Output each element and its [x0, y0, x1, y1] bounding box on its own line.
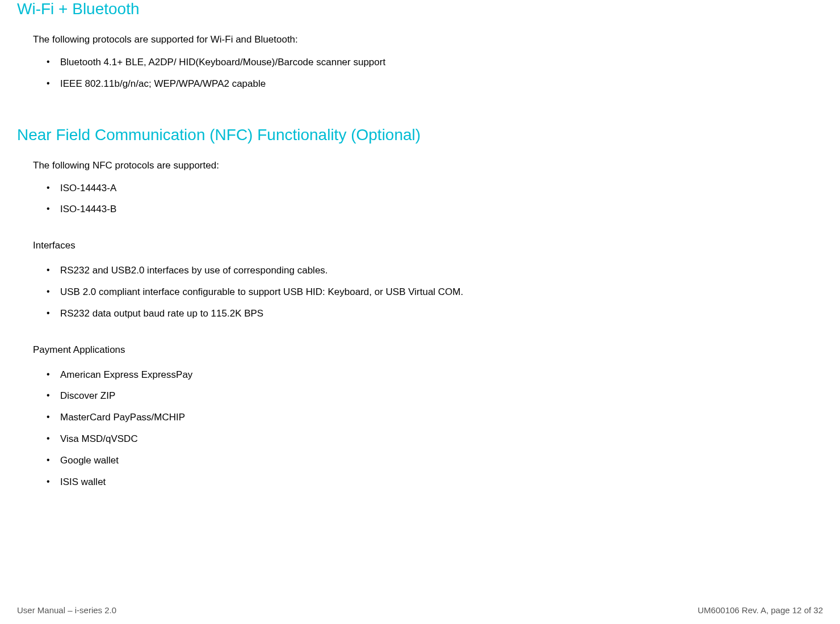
list-item: RS232 and USB2.0 interfaces by use of co…	[60, 264, 823, 277]
list-item: Discover ZIP	[60, 389, 823, 403]
list-nfc-protocols: ISO-14443-A ISO-14443-B	[33, 182, 823, 217]
list-interfaces: RS232 and USB2.0 interfaces by use of co…	[33, 264, 823, 320]
list-item: USB 2.0 compliant interface configurable…	[60, 285, 823, 299]
list-item: ISO-14443-A	[60, 182, 823, 195]
subheading-interfaces: Interfaces	[33, 240, 823, 251]
list-item: RS232 data output baud rate up to 115.2K…	[60, 307, 823, 321]
footer: User Manual – i-series 2.0 UM600106 Rev.…	[17, 605, 823, 615]
subheading-payment-apps: Payment Applications	[33, 344, 823, 356]
list-item: ISIS wallet	[60, 475, 823, 489]
list-wifi-bluetooth: Bluetooth 4.1+ BLE, A2DP/ HID(Keyboard/M…	[33, 56, 823, 91]
intro-wifi-bluetooth: The following protocols are supported fo…	[33, 34, 823, 45]
list-item: Bluetooth 4.1+ BLE, A2DP/ HID(Keyboard/M…	[60, 56, 823, 69]
footer-right: UM600106 Rev. A, page 12 of 32	[698, 605, 823, 615]
list-item: Google wallet	[60, 454, 823, 467]
heading-nfc: Near Field Communication (NFC) Functiona…	[17, 126, 823, 144]
heading-wifi-bluetooth: Wi-Fi + Bluetooth	[17, 0, 823, 18]
list-item: Visa MSD/qVSDC	[60, 432, 823, 446]
list-payment-apps: American Express ExpressPay Discover ZIP…	[33, 368, 823, 489]
list-item: IEEE 802.11b/g/n/ac; WEP/WPA/WPA2 capabl…	[60, 77, 823, 91]
footer-left: User Manual – i-series 2.0	[17, 605, 116, 615]
intro-nfc: The following NFC protocols are supporte…	[33, 160, 823, 171]
list-item: ISO-14443-B	[60, 203, 823, 216]
list-item: American Express ExpressPay	[60, 368, 823, 382]
list-item: MasterCard PayPass/MCHIP	[60, 411, 823, 424]
